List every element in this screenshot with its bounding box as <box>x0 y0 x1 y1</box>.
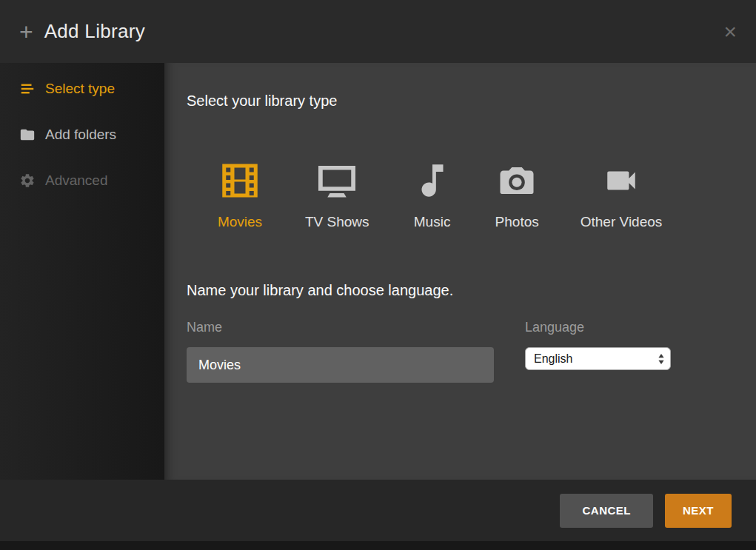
library-type-row: Movies TV Shows <box>216 157 734 230</box>
video-camera-icon <box>597 157 646 204</box>
sidebar-item-advanced[interactable]: Advanced <box>0 158 164 204</box>
sidebar-item-add-folders[interactable]: Add folders <box>0 112 164 158</box>
name-language-form: Name Language English <box>187 320 734 383</box>
tv-icon <box>312 157 361 204</box>
sidebar-item-label: Add folders <box>45 127 116 143</box>
add-library-dialog: + Add Library × Select type <box>0 0 756 541</box>
dialog-body: Select type Add folders Advanced <box>0 63 756 480</box>
language-select[interactable]: English <box>525 347 671 370</box>
language-field-group: Language English <box>525 320 671 370</box>
dialog-footer: CANCEL NEXT <box>0 480 756 541</box>
dialog-header: + Add Library × <box>0 0 756 63</box>
library-type-label: Photos <box>495 214 539 230</box>
list-lines-icon <box>19 81 36 97</box>
name-label: Name <box>187 320 494 335</box>
select-stepper-icon <box>658 353 665 365</box>
name-language-heading: Name your library and choose language. <box>187 281 734 301</box>
dialog-title: Add Library <box>44 20 145 43</box>
library-type-heading: Select your library type <box>187 91 734 111</box>
film-icon <box>216 157 264 204</box>
library-type-music[interactable]: Music <box>411 157 454 230</box>
library-name-input[interactable] <box>187 347 494 383</box>
main-content: Select your library type Movies <box>164 63 756 480</box>
name-field-group: Name <box>187 320 494 383</box>
library-type-label: Other Videos <box>581 214 663 230</box>
camera-icon <box>495 157 538 204</box>
gear-icon <box>19 172 36 189</box>
library-type-label: Music <box>414 214 451 230</box>
close-icon[interactable]: × <box>723 21 737 43</box>
library-type-label: Movies <box>218 214 262 230</box>
sidebar: Select type Add folders Advanced <box>0 63 164 480</box>
music-note-icon <box>411 157 454 204</box>
cancel-button[interactable]: CANCEL <box>560 494 653 528</box>
language-select-value: English <box>534 352 658 366</box>
library-type-tv-shows[interactable]: TV Shows <box>305 157 369 230</box>
sidebar-item-label: Advanced <box>45 172 108 189</box>
library-type-other-videos[interactable]: Other Videos <box>581 157 663 230</box>
library-type-movies[interactable]: Movies <box>216 157 264 230</box>
library-type-label: TV Shows <box>305 214 369 230</box>
next-button[interactable]: NEXT <box>665 494 732 528</box>
plus-icon: + <box>19 20 33 44</box>
language-label: Language <box>525 320 671 335</box>
sidebar-item-select-type[interactable]: Select type <box>0 66 164 112</box>
sidebar-item-label: Select type <box>45 81 115 97</box>
folder-icon <box>19 127 36 143</box>
library-type-photos[interactable]: Photos <box>495 157 539 230</box>
